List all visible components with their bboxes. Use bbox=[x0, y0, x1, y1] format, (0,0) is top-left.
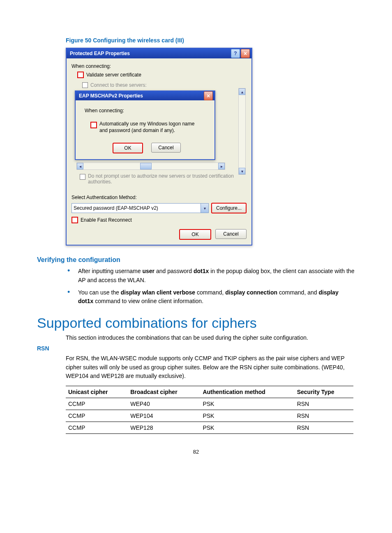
table-header-row: Unicast cipher Broadcast cipher Authenti… bbox=[66, 386, 353, 398]
rsn-text: For RSN, the WLAN-WSEC module supports o… bbox=[66, 354, 355, 381]
page-number: 82 bbox=[37, 449, 355, 455]
mschap-body: When connecting: Automatically use my Wi… bbox=[76, 100, 214, 159]
outer-button-row: OK Cancel bbox=[71, 229, 247, 240]
ciphers-intro: This section introduces the combinations… bbox=[66, 334, 355, 341]
close-icon[interactable]: × bbox=[241, 49, 250, 58]
auth-method-row: Secured password (EAP-MSCHAP v2) ▾ Confi… bbox=[71, 203, 247, 213]
auto-logon-checkbox[interactable]: Automatically use my Windows logon name … bbox=[90, 121, 209, 134]
checkbox-icon bbox=[71, 217, 78, 223]
ok-button[interactable]: OK bbox=[179, 229, 211, 240]
scroll-right-icon[interactable]: ▸ bbox=[218, 163, 225, 169]
scroll-track[interactable] bbox=[83, 163, 218, 169]
figure-caption: Figure 50 Configuring the wireless card … bbox=[66, 37, 355, 44]
mschap-titlebar: EAP MSCHAPv2 Properties × bbox=[76, 91, 214, 100]
no-prompt-checkbox: Do not prompt user to authorize new serv… bbox=[80, 173, 247, 185]
close-icon[interactable]: × bbox=[204, 91, 213, 100]
select-auth-label: Select Authentication Method: bbox=[71, 195, 247, 200]
table-row: CCMP WEP128 PSK RSN bbox=[66, 422, 353, 434]
scroll-thumb[interactable] bbox=[140, 163, 152, 169]
th-auth: Authentication method bbox=[200, 386, 294, 398]
list-item: You can use the display wlan client verb… bbox=[78, 288, 355, 306]
peap-dialog: Protected EAP Properties ? × When connec… bbox=[66, 48, 252, 246]
auto-logon-label: Automatically use my Windows logon name … bbox=[99, 121, 202, 134]
checkbox-icon bbox=[82, 82, 88, 88]
verify-bullets: After inputting username user and passwo… bbox=[78, 267, 355, 306]
table-row: CCMP WEP104 PSK RSN bbox=[66, 410, 353, 422]
auth-method-value: Secured password (EAP-MSCHAP v2) bbox=[74, 205, 158, 211]
cancel-button[interactable]: Cancel bbox=[215, 229, 247, 239]
ciphers-heading: Supported combinations for ciphers bbox=[37, 315, 355, 331]
auth-method-select[interactable]: Secured password (EAP-MSCHAP v2) ▾ bbox=[71, 203, 209, 213]
table-row: CCMP WEP40 PSK RSN bbox=[66, 398, 353, 410]
checkbox-icon bbox=[77, 72, 84, 78]
chevron-down-icon[interactable]: ▾ bbox=[201, 204, 208, 213]
rsn-heading: RSN bbox=[37, 345, 355, 352]
inner-button-row: OK Cancel bbox=[85, 143, 209, 153]
fast-reconnect-label: Enable Fast Reconnect bbox=[81, 217, 132, 223]
th-unicast: Unicast cipher bbox=[66, 386, 128, 398]
configure-button[interactable]: Configure... bbox=[211, 203, 247, 213]
help-icon[interactable]: ? bbox=[231, 49, 240, 58]
list-item: After inputting username user and passwo… bbox=[78, 267, 355, 285]
when-connecting-label: When connecting: bbox=[71, 63, 247, 69]
validate-cert-checkbox[interactable]: Validate server certificate bbox=[77, 72, 247, 78]
vert-scrollbar[interactable]: ▴ ▾ bbox=[238, 88, 246, 175]
inner-when-connecting: When connecting: bbox=[85, 108, 209, 114]
validate-cert-label: Validate server certificate bbox=[86, 72, 141, 78]
scroll-left-icon[interactable]: ◂ bbox=[77, 163, 83, 169]
no-prompt-label: Do not prompt user to authorize new serv… bbox=[88, 173, 236, 185]
th-broadcast: Broadcast cipher bbox=[128, 386, 200, 398]
checkbox-icon bbox=[80, 174, 85, 180]
ok-button[interactable]: OK bbox=[113, 143, 143, 153]
cipher-table: Unicast cipher Broadcast cipher Authenti… bbox=[66, 386, 353, 434]
peap-title: Protected EAP Properties bbox=[70, 51, 231, 56]
verify-heading: Verifying the configuration bbox=[37, 256, 355, 264]
connect-servers-label: Connect to these servers: bbox=[90, 82, 147, 88]
scroll-up-icon[interactable]: ▴ bbox=[239, 88, 245, 95]
mschap-title: EAP MSCHAPv2 Properties bbox=[79, 93, 203, 99]
fast-reconnect-checkbox[interactable]: Enable Fast Reconnect bbox=[71, 217, 247, 223]
th-sectype: Security Type bbox=[295, 386, 353, 398]
cancel-button[interactable]: Cancel bbox=[151, 143, 181, 153]
horiz-scrollbar[interactable]: ◂ ▸ bbox=[76, 162, 225, 170]
scroll-down-icon[interactable]: ▾ bbox=[239, 168, 245, 174]
connect-servers-checkbox: Connect to these servers: bbox=[82, 82, 247, 88]
mschap-dialog: EAP MSCHAPv2 Properties × When connectin… bbox=[75, 90, 215, 160]
peap-body: When connecting: Validate server certifi… bbox=[67, 58, 251, 245]
checkbox-icon bbox=[90, 122, 97, 128]
peap-titlebar: Protected EAP Properties ? × bbox=[67, 49, 251, 58]
